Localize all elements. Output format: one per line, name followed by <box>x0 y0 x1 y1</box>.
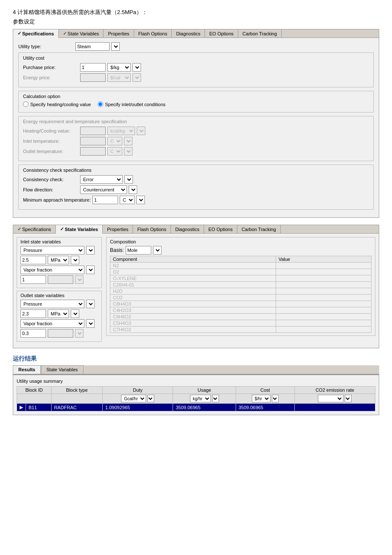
energy-requirement-legend: Energy requirement and temperature speci… <box>23 119 369 124</box>
inlet-vapor-fraction-unit-arrow[interactable]: ▼ <box>75 275 84 284</box>
heating-cooling-unit[interactable]: kcal/kg <box>107 127 135 135</box>
tab-diagnostics-top[interactable]: Diagnostics <box>172 29 205 38</box>
duty-unit-select[interactable]: Gcal/hr <box>121 395 146 402</box>
energy-price-input[interactable] <box>80 73 106 82</box>
purchase-price-input[interactable] <box>80 63 106 72</box>
outlet-pressure-value-row: MPa ▼ <box>20 309 98 318</box>
bottom-tab-content: Inlet state variables Pressure ▼ MPa ▼ V… <box>13 234 379 348</box>
comp-row: CO2 <box>110 295 372 301</box>
heating-cooling-input[interactable] <box>80 127 106 135</box>
inlet-temp-unit[interactable]: C <box>107 137 122 145</box>
comp-value[interactable] <box>276 301 371 307</box>
tab-properties-top[interactable]: Properties <box>104 29 134 38</box>
comp-value[interactable] <box>276 275 371 282</box>
consistency-check-select[interactable]: Error <box>80 175 123 184</box>
outlet-temp-unit[interactable]: C <box>107 147 122 156</box>
tab-specifications-top[interactable]: ✓ Specifications <box>13 29 59 38</box>
radio-inlet-outlet[interactable]: Specify inlet/outlet conditions <box>98 101 165 107</box>
outlet-pressure-unit-arrow[interactable]: ▼ <box>71 309 79 318</box>
comp-value[interactable] <box>276 295 371 301</box>
comp-value[interactable] <box>276 288 371 295</box>
outlet-vapor-fraction-input[interactable] <box>20 329 46 338</box>
inlet-vapor-fraction-input[interactable] <box>20 275 46 284</box>
consistency-check-arrow[interactable]: ▼ <box>124 175 133 184</box>
purchase-price-unit[interactable]: $/kg <box>107 63 131 72</box>
purchase-price-unit-arrow[interactable]: ▼ <box>133 63 141 72</box>
inlet-pressure-select[interactable]: Pressure <box>20 246 84 254</box>
inlet-state-fieldset: Inlet state variables Pressure ▼ MPa ▼ V… <box>17 237 102 288</box>
row-cost: 3509.06965 <box>236 404 294 411</box>
min-approach-temp-input[interactable] <box>92 196 118 204</box>
comp-value[interactable] <box>276 327 371 333</box>
inlet-pressure-input[interactable] <box>20 256 46 264</box>
energy-price-unit-arrow[interactable]: ▼ <box>133 73 141 82</box>
composition-basis-input[interactable] <box>126 246 151 254</box>
inlet-pressure-arrow[interactable]: ▼ <box>86 246 95 254</box>
tab-carbon-tracking-bottom[interactable]: Carbon Tracking <box>237 225 281 233</box>
tab-state-variables-top[interactable]: ✓ State Variables <box>59 29 104 38</box>
outlet-vapor-fraction-unit-arrow[interactable]: ▼ <box>75 329 84 338</box>
outlet-pressure-row: Pressure ▼ <box>20 300 98 308</box>
outlet-pressure-select[interactable]: Pressure <box>20 300 84 308</box>
results-title: 运行结果 <box>13 355 379 363</box>
tab-properties-bottom[interactable]: Properties <box>103 225 133 233</box>
results-section: 运行结果 Results State Variables Utility usa… <box>13 355 379 415</box>
tab-diagnostics-bottom[interactable]: Diagnostics <box>171 225 204 233</box>
inlet-vapor-fraction-arrow[interactable]: ▼ <box>86 266 95 274</box>
comp-value[interactable] <box>276 307 371 314</box>
inlet-temp-input[interactable] <box>80 137 106 145</box>
tab-carbon-tracking-top[interactable]: Carbon Tracking <box>238 29 282 38</box>
tab-flash-options-top[interactable]: Flash Options <box>134 29 172 38</box>
inlet-vapor-fraction-input2[interactable] <box>48 275 73 284</box>
outlet-vapor-fraction-input2[interactable] <box>48 329 73 338</box>
comp-row: C4H2O3 <box>110 307 372 314</box>
comp-value[interactable] <box>276 314 371 320</box>
heating-cooling-unit-arrow[interactable]: ▼ <box>137 127 145 135</box>
heating-cooling-label: Heating/Cooling value: <box>23 128 78 133</box>
utility-type-input[interactable] <box>75 42 110 51</box>
duty-unit-arrow[interactable]: ▼ <box>147 395 154 402</box>
results-tab-results[interactable]: Results <box>13 365 41 374</box>
inlet-vapor-fraction-select[interactable]: Vapor fraction <box>20 266 84 274</box>
outlet-pressure-input[interactable] <box>20 309 46 318</box>
tab-state-variables-bottom[interactable]: ✓ State Variables <box>56 225 103 234</box>
results-tab-state-variables[interactable]: State Variables <box>41 365 84 374</box>
outlet-vapor-fraction-select[interactable]: Vapor fraction <box>20 319 84 328</box>
outlet-temp-unit-arrow[interactable]: ▼ <box>124 147 133 156</box>
min-approach-temp-arrow[interactable]: ▼ <box>136 196 145 204</box>
outlet-vapor-fraction-arrow[interactable]: ▼ <box>86 319 95 328</box>
min-approach-temp-unit[interactable]: C <box>120 196 135 204</box>
tab-flash-options-bottom[interactable]: Flash Options <box>133 225 171 233</box>
tab-eo-options-bottom[interactable]: EO Options <box>204 225 237 233</box>
utility-type-label: Utility type: <box>18 44 74 49</box>
radio-heating-cooling[interactable]: Specify heating/cooling value <box>23 101 91 107</box>
flow-direction-arrow[interactable]: ▼ <box>129 185 137 194</box>
energy-price-unit[interactable]: $/cal <box>107 73 131 82</box>
usage-unit-arrow[interactable]: ▼ <box>212 395 219 402</box>
outlet-temp-input[interactable] <box>80 147 106 156</box>
inlet-temp-unit-arrow[interactable]: ▼ <box>124 137 133 145</box>
inlet-pressure-unit-select[interactable]: MPa <box>48 256 69 264</box>
tab-specifications-bottom[interactable]: ✓ Specifications <box>13 225 56 233</box>
usage-unit-select[interactable]: kg/hr <box>190 395 211 402</box>
outlet-temp-label: Outlet temperature: <box>23 149 78 154</box>
utility-type-select[interactable]: ▼ <box>111 42 120 51</box>
outlet-pressure-arrow[interactable]: ▼ <box>86 300 95 308</box>
comp-row: O2 <box>110 269 372 275</box>
composition-basis-arrow[interactable]: ▼ <box>153 246 161 254</box>
comp-value[interactable] <box>276 269 371 275</box>
cost-unit-arrow[interactable]: ▼ <box>272 395 279 402</box>
table-row[interactable]: ▶B11RADFRAC1.090929653509.069653509.0696… <box>17 404 375 411</box>
comp-value[interactable] <box>276 263 371 269</box>
cost-unit-select[interactable]: $/hr <box>252 395 271 402</box>
inlet-pressure-unit-arrow[interactable]: ▼ <box>71 256 79 264</box>
comp-value[interactable] <box>276 320 371 327</box>
inlet-temp-label: Inlet temperature: <box>23 139 78 144</box>
co2-unit-arrow[interactable]: ▼ <box>345 395 352 402</box>
outlet-pressure-unit-select[interactable]: MPa <box>48 309 69 318</box>
co2-unit-select[interactable] <box>318 395 343 402</box>
consistency-check-row: Consistency check: Error ▼ <box>23 175 369 184</box>
tab-eo-options-top[interactable]: EO Options <box>205 29 238 38</box>
comp-value[interactable] <box>276 282 371 288</box>
flow-direction-select[interactable]: Countercurrent <box>80 185 127 194</box>
